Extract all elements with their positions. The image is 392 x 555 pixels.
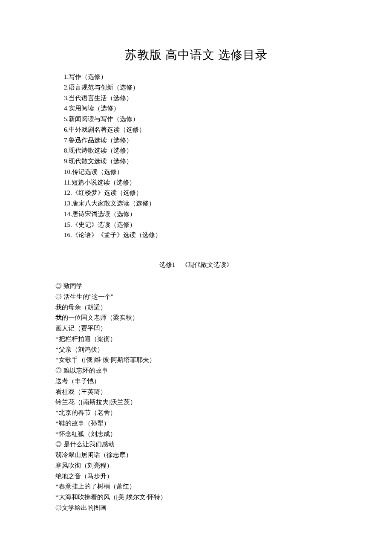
- toc-item: 7.鲁迅作品选读（选修）: [64, 135, 337, 146]
- list-item: *鞋的故事（孙犁）: [55, 418, 337, 429]
- toc-item: 1.写作（选修）: [64, 72, 337, 82]
- list-item: ◎文学绘出的图画: [55, 503, 337, 513]
- list-item: ◎ 活生生的"这一个": [55, 292, 337, 302]
- list-item: 画人记（贾平凹）: [55, 323, 337, 334]
- list-item: 我的一位国文老师（梁实秋）: [55, 312, 337, 323]
- toc-item: 13.唐宋八大家散文选读（选修）: [64, 198, 337, 209]
- page-title: 苏教版 高中语文 选修目录: [55, 47, 337, 63]
- list-item: *把栏杆拍遍（梁衡）: [55, 334, 337, 344]
- list-item: 我的母亲（胡适）: [55, 302, 337, 313]
- list-item: 翡冷翠山居闲话（徐志摩）: [55, 450, 337, 460]
- list-item: *北京的春节（老舍）: [55, 408, 337, 418]
- toc-item: 8.现代诗歌选读（选修）: [64, 145, 337, 156]
- content-list: ◎ 致同学 ◎ 活生生的"这一个" 我的母亲（胡适） 我的一位国文老师（梁实秋）…: [55, 281, 337, 513]
- toc-item: 11.短篇小说选读（选修）: [64, 177, 337, 188]
- list-item: ◎ 致同学: [55, 281, 337, 292]
- table-of-contents: 1.写作（选修） 2.语言规范与创新（选修） 3.当代语言生活（选修） 4.实用…: [64, 72, 337, 240]
- list-item: ◎ 是什么让我们感动: [55, 439, 337, 450]
- list-item: *大海和吹拂着的风（[美]埃尔文·怀特）: [55, 492, 337, 503]
- toc-item: 14.唐诗宋词选读（选修）: [64, 209, 337, 220]
- list-item: 寒风吹彻（刘亮程）: [55, 460, 337, 471]
- list-item: ◎ 难以忘怀的故事: [55, 365, 337, 376]
- toc-item: 15.《史记》选读（选修）: [64, 220, 337, 230]
- list-item: 铃兰花（[南斯拉夫]沃兰茨）: [55, 397, 337, 408]
- list-item: 看社戏（王英琦）: [55, 387, 337, 397]
- toc-item: 9.现代散文选读（选修）: [64, 156, 337, 167]
- toc-item: 3.当代语言生活（选修）: [64, 93, 337, 104]
- toc-item: 16.《论语》《孟子》选读（选修）: [64, 230, 337, 240]
- list-item: 送考（丰子恺）: [55, 376, 337, 387]
- toc-item: 5.新闻阅读与写作（选修）: [64, 114, 337, 124]
- section-header: 选修1 《现代散文选读》: [55, 261, 337, 269]
- list-item: *春意挂上的了树梢（萧红）: [55, 481, 337, 492]
- toc-item: 10.传记选读（选修）: [64, 167, 337, 177]
- list-item: *怀念红狐（刘志成）: [55, 429, 337, 439]
- toc-item: 4.实用阅读（选修）: [64, 103, 337, 114]
- list-item: *父亲（刘鸿伏）: [55, 344, 337, 355]
- toc-item: 2.语言规范与创新（选修）: [64, 82, 337, 93]
- list-item: 绝地之音（马步升）: [55, 471, 337, 482]
- toc-item: 12.《红楼梦》选读（选修）: [64, 188, 337, 198]
- list-item: *女歌手（[俄]维·彼·阿斯塔菲耶夫）: [55, 355, 337, 365]
- toc-item: 6.中外戏剧名著选读（选修）: [64, 124, 337, 135]
